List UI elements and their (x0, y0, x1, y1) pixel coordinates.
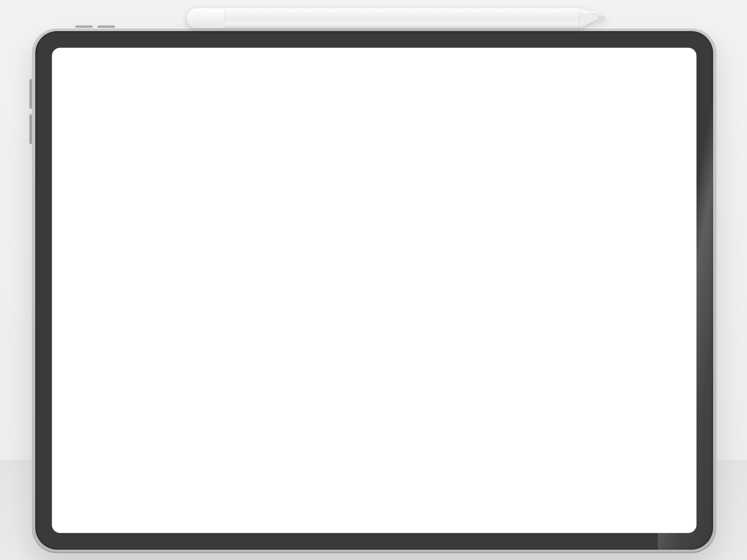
tablet-device (32, 28, 717, 553)
pencil-seam (224, 10, 225, 27)
tablet-screen[interactable] (52, 48, 697, 533)
pencil-cone-highlight (580, 8, 600, 13)
pencil-tip (598, 16, 605, 20)
pencil-body (187, 8, 581, 28)
pencil-cap (187, 8, 225, 28)
stylus-pencil[interactable] (187, 8, 605, 28)
pencil-seam (579, 10, 580, 27)
